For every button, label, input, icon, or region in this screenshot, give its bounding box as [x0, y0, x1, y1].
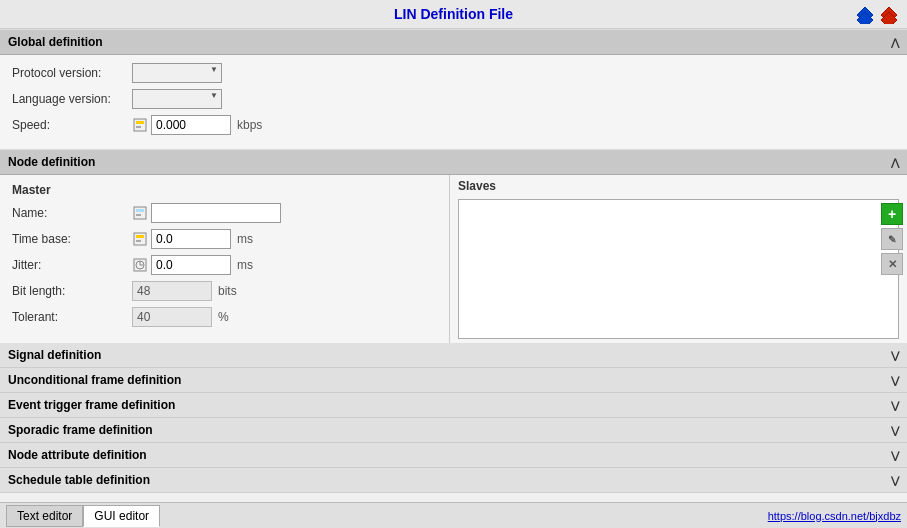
svg-rect-10 [134, 233, 146, 245]
global-definition-label: Global definition [8, 35, 103, 49]
protocol-version-label: Protocol version: [12, 66, 132, 80]
protocol-version-row: Protocol version: [12, 63, 895, 83]
title-bar-icons [855, 5, 899, 25]
schedule-table-label: Schedule table definition [8, 473, 150, 487]
unconditional-frame-header[interactable]: Unconditional frame definition ⋁ [0, 368, 907, 393]
master-bitlength-row: Bit length: bits [12, 281, 437, 301]
master-name-input[interactable] [151, 203, 281, 223]
speed-label: Speed: [12, 118, 132, 132]
master-name-label: Name: [12, 206, 132, 220]
signal-definition-header[interactable]: Signal definition ⋁ [0, 343, 907, 368]
edit-slave-button[interactable]: ✎ [881, 228, 903, 250]
sporadic-frame-header[interactable]: Sporadic frame definition ⋁ [0, 418, 907, 443]
node-definition-label: Node definition [8, 155, 95, 169]
svg-rect-9 [136, 214, 141, 216]
master-bitlength-label: Bit length: [12, 284, 132, 298]
master-timebase-input[interactable] [151, 229, 231, 249]
signal-definition-chevron: ⋁ [891, 350, 899, 361]
node-attribute-header[interactable]: Node attribute definition ⋁ [0, 443, 907, 468]
master-jitter-label: Jitter: [12, 258, 132, 272]
sporadic-frame-chevron: ⋁ [891, 425, 899, 436]
speed-row: Speed: kbps [12, 115, 895, 135]
language-version-row: Language version: [12, 89, 895, 109]
master-timebase-icon [132, 231, 148, 247]
master-name-row: Name: [12, 203, 437, 223]
slaves-listbox [458, 199, 899, 339]
event-trigger-frame-label: Event trigger frame definition [8, 398, 175, 412]
master-tolerant-unit: % [218, 310, 229, 324]
protocol-version-select-wrapper [132, 63, 222, 83]
svg-rect-4 [134, 119, 146, 131]
master-jitter-row: Jitter: ms [12, 255, 437, 275]
master-bitlength-input [132, 281, 212, 301]
node-attribute-chevron: ⋁ [891, 450, 899, 461]
sporadic-frame-label: Sporadic frame definition [8, 423, 153, 437]
slaves-title: Slaves [458, 179, 899, 193]
master-timebase-unit: ms [237, 232, 253, 246]
svg-rect-12 [136, 240, 141, 242]
unconditional-frame-chevron: ⋁ [891, 375, 899, 386]
master-name-icon [132, 205, 148, 221]
event-trigger-frame-header[interactable]: Event trigger frame definition ⋁ [0, 393, 907, 418]
tab-gui-editor[interactable]: GUI editor [83, 505, 160, 527]
master-timebase-row: Time base: ms [12, 229, 437, 249]
master-tolerant-row: Tolerant: % [12, 307, 437, 327]
slaves-buttons: + ✎ ✕ [881, 203, 903, 275]
speed-input[interactable] [151, 115, 231, 135]
speed-icon [132, 117, 148, 133]
delete-slave-button[interactable]: ✕ [881, 253, 903, 275]
unconditional-frame-label: Unconditional frame definition [8, 373, 181, 387]
global-definition-content: Protocol version: Language version: Spee… [0, 55, 907, 149]
bottom-url[interactable]: https://blog.csdn.net/bjxdbz [768, 510, 901, 522]
speed-unit: kbps [237, 118, 262, 132]
signal-definition-label: Signal definition [8, 348, 101, 362]
language-version-select-wrapper [132, 89, 222, 109]
node-definition-header[interactable]: Node definition ⋀ [0, 149, 907, 175]
language-version-select[interactable] [132, 89, 222, 109]
master-jitter-input[interactable] [151, 255, 231, 275]
event-trigger-frame-chevron: ⋁ [891, 400, 899, 411]
schedule-table-chevron: ⋁ [891, 475, 899, 486]
page-title: LIN Definition File [394, 6, 513, 22]
node-definition-chevron: ⋀ [891, 157, 899, 168]
master-tolerant-input [132, 307, 212, 327]
svg-rect-6 [136, 126, 141, 128]
master-timebase-label: Time base: [12, 232, 132, 246]
master-tolerant-label: Tolerant: [12, 310, 132, 324]
svg-rect-7 [134, 207, 146, 219]
add-slave-button[interactable]: + [881, 203, 903, 225]
tab-text-editor[interactable]: Text editor [6, 505, 83, 527]
slaves-panel: Slaves + ✎ ✕ [450, 175, 907, 343]
svg-rect-8 [136, 209, 144, 212]
schedule-table-header[interactable]: Schedule table definition ⋁ [0, 468, 907, 493]
master-bitlength-unit: bits [218, 284, 237, 298]
master-panel: Master Name: Time base: [0, 175, 450, 343]
node-attribute-label: Node attribute definition [8, 448, 147, 462]
language-version-label: Language version: [12, 92, 132, 106]
protocol-version-select[interactable] [132, 63, 222, 83]
title-bar: LIN Definition File [0, 0, 907, 29]
master-title: Master [12, 183, 437, 197]
main-area: Global definition ⋀ Protocol version: La… [0, 29, 907, 501]
global-definition-chevron: ⋀ [891, 37, 899, 48]
bottom-bar: Text editor GUI editor https://blog.csdn… [0, 502, 907, 528]
master-jitter-icon [132, 257, 148, 273]
svg-rect-11 [136, 235, 144, 238]
bottom-tabs: Text editor GUI editor [6, 505, 160, 527]
svg-rect-5 [136, 121, 144, 124]
global-definition-header[interactable]: Global definition ⋀ [0, 29, 907, 55]
master-jitter-unit: ms [237, 258, 253, 272]
node-definition-content: Master Name: Time base: [0, 175, 907, 343]
nav-left-icon[interactable] [855, 5, 875, 25]
nav-right-icon[interactable] [879, 5, 899, 25]
